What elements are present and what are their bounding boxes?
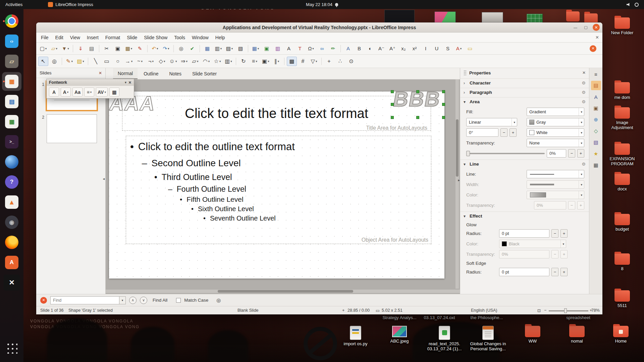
menu-insert[interactable]: Insert xyxy=(84,33,102,42)
callout-shapes-button[interactable]: ◠▾ xyxy=(201,57,211,66)
dropdown-arrow-icon[interactable]: ▾ xyxy=(579,108,584,116)
ellipse-button[interactable]: ○ xyxy=(113,57,123,66)
section-effect[interactable]: ▾ Effect xyxy=(460,212,589,220)
horizontal-scrollbar[interactable] xyxy=(106,290,460,293)
line-more-options-icon[interactable]: ⚙ xyxy=(582,162,586,167)
power-icon[interactable] xyxy=(635,3,639,7)
scrollbar-thumb[interactable] xyxy=(456,119,459,177)
section-character[interactable]: › Character ⚙ xyxy=(460,78,589,87)
outline-level-4[interactable]: –Fourth Outline Level xyxy=(168,185,431,194)
display-views-button[interactable]: ▨▾ xyxy=(224,44,234,53)
menu-edit[interactable]: Edit xyxy=(52,33,67,42)
sidebar-tab-styles[interactable]: A xyxy=(591,92,601,102)
toggle-shadow-button[interactable]: ◐ xyxy=(365,44,375,53)
slide[interactable]: AAA Click to edit the title text format … xyxy=(109,92,444,279)
view-tab-slide-sorter[interactable]: Slide Sorter xyxy=(187,68,221,79)
symbol-shapes-button[interactable]: ☺▾ xyxy=(168,57,178,66)
rotate-button[interactable]: ↻ xyxy=(238,57,249,66)
selection-handle[interactable] xyxy=(416,116,419,119)
sidebar-tab-navigator[interactable]: ⊕ xyxy=(591,115,601,124)
view-tab-notes[interactable]: Notes xyxy=(164,68,186,79)
find-close-icon[interactable]: ✕ xyxy=(40,297,47,304)
snap-guides-button[interactable]: ▥▾ xyxy=(213,44,223,53)
italic-button[interactable]: I xyxy=(421,44,431,53)
character-more-options-icon[interactable]: ⚙ xyxy=(582,80,586,85)
language-status[interactable]: English (USA) xyxy=(471,308,497,313)
selection-handle[interactable] xyxy=(442,103,445,106)
outline-level-7[interactable]: •Seventh Outline Level xyxy=(203,215,431,222)
glow-radius-increment[interactable]: + xyxy=(560,229,568,238)
transparency-decrement-button[interactable]: − xyxy=(568,149,575,158)
dock-chrome[interactable] xyxy=(2,12,21,31)
panel-splitter-expand[interactable]: ▸ xyxy=(458,178,460,182)
menu-window[interactable]: Window xyxy=(189,33,212,42)
align-objects-button[interactable]: ≡▾ xyxy=(250,57,260,66)
fontwork-same-letter-heights-button[interactable]: Aa xyxy=(72,87,83,97)
scrollbar-thumb[interactable] xyxy=(218,290,353,293)
dock-vlc[interactable]: ▲ xyxy=(2,193,21,212)
outline-level-3[interactable]: •Third Outline Level xyxy=(154,172,431,182)
menu-format[interactable]: Format xyxy=(102,33,123,42)
sidebar-tab-properties[interactable]: ▤ xyxy=(591,81,601,90)
line-transparency-increment[interactable]: + xyxy=(577,201,584,209)
sidebar-tab-slide-transition[interactable]: ▧ xyxy=(591,138,601,147)
bold-button[interactable]: B xyxy=(354,44,364,53)
show-draw-functions-button[interactable]: ✏ xyxy=(328,44,338,53)
close-button[interactable]: ✕ xyxy=(593,24,600,31)
gradient-from-color-dropdown[interactable]: Gray ▾ xyxy=(527,118,584,126)
stars-and-banners-button[interactable]: ☆▾ xyxy=(212,57,222,66)
insert-fontwork-button[interactable]: A xyxy=(343,44,353,53)
find-all-button[interactable]: Find All xyxy=(153,298,167,303)
outline-level-5[interactable]: •Fifth Outline Level xyxy=(180,195,431,203)
palette-menu-icon[interactable]: ▾ xyxy=(125,81,126,84)
fontwork-palette-titlebar[interactable]: Fontwork ▾ ✕ xyxy=(47,79,134,86)
slide-canvas[interactable]: AAA Click to edit the title text format … xyxy=(106,79,460,294)
glow-radius-input[interactable]: 0 pt xyxy=(499,229,549,238)
dock-screenshot-tool[interactable]: ◉ xyxy=(2,213,21,232)
gradient-to-color-dropdown[interactable]: White ▾ xyxy=(527,128,584,137)
outline-level-2[interactable]: –Second Outline Level xyxy=(142,158,431,169)
outline-level-1[interactable]: •Click to edit the outline text format xyxy=(130,141,431,153)
basic-shapes-button[interactable]: ◇▾ xyxy=(157,57,167,66)
dock-firefox[interactable] xyxy=(2,233,21,252)
focused-app-indicator[interactable]: LibreOffice Impress xyxy=(48,2,93,7)
title-placeholder[interactable]: Click to edit the title text format Titl… xyxy=(122,96,431,131)
dock-software-store[interactable]: A xyxy=(2,253,21,272)
save-button[interactable]: ▼▾ xyxy=(60,44,70,53)
outline-placeholder[interactable]: •Click to edit the outline text format–S… xyxy=(126,136,431,244)
menu-slide[interactable]: Slide xyxy=(123,33,141,42)
line-width-dropdown[interactable]: ▾ xyxy=(527,180,584,189)
glow-transparency-input[interactable]: 0% xyxy=(499,250,549,258)
dock-impress[interactable]: ▦ xyxy=(2,72,21,91)
paste-button[interactable]: ▩▾ xyxy=(124,44,134,53)
dock-vscode[interactable]: ‹› xyxy=(2,32,21,51)
insert-special-character-button[interactable]: Ω▾ xyxy=(306,44,316,53)
open-button[interactable]: ▱▾ xyxy=(49,44,59,53)
line-style-dropdown[interactable]: ▾ xyxy=(527,170,584,178)
dock-app-grid[interactable] xyxy=(2,339,21,357)
fit-slide-icon[interactable]: ⊡ xyxy=(537,308,541,313)
angle-decrement-button[interactable]: − xyxy=(500,128,507,137)
insert-comment-button[interactable]: ▭ xyxy=(465,44,475,53)
new-presentation-button[interactable]: ▢▾ xyxy=(38,44,48,53)
section-paragraph[interactable]: › Paragraph ⚙ xyxy=(460,88,589,96)
dropdown-arrow-icon[interactable]: ▾ xyxy=(579,139,584,147)
dropdown-arrow-icon[interactable]: ▾ xyxy=(560,240,566,248)
find-input[interactable] xyxy=(50,296,119,304)
font-color-button[interactable]: A▾ xyxy=(454,44,464,53)
gradient-angle-input[interactable]: 0° xyxy=(466,128,498,137)
menu-slide-show[interactable]: Slide Show xyxy=(141,33,171,42)
line-transparency-input[interactable]: 0% xyxy=(534,201,566,209)
find-next-button[interactable]: ∨ xyxy=(140,297,147,304)
copy-button[interactable]: ▣ xyxy=(113,44,123,53)
subscript-button[interactable]: x₂ xyxy=(398,44,409,53)
glow-transparency-decrement[interactable]: − xyxy=(551,250,558,258)
volume-icon[interactable] xyxy=(627,3,631,7)
outline-level-6[interactable]: •Sixth Outline Level xyxy=(191,205,431,213)
gradient-style-dropdown[interactable]: Linear ▾ xyxy=(466,118,517,126)
flowchart-shapes-button[interactable]: ▱▾ xyxy=(190,57,200,66)
fontwork-palette-close-icon[interactable]: ✕ xyxy=(128,80,131,85)
dropdown-arrow-icon[interactable]: ▾ xyxy=(579,191,584,199)
strikethrough-button[interactable]: S xyxy=(443,44,453,53)
show-gluepoint-functions-button[interactable]: ⊙ xyxy=(346,57,356,66)
